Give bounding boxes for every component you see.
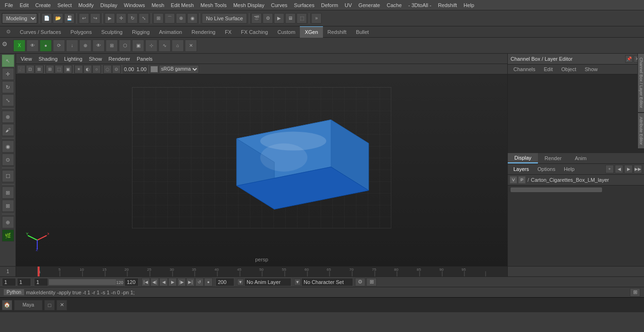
transport-play-fwd[interactable]: ▶ xyxy=(168,278,177,286)
display-tab-display[interactable]: Display xyxy=(508,153,538,163)
playback-end-field[interactable]: 120 xyxy=(124,278,139,286)
playback-start-field[interactable]: 1 xyxy=(34,278,48,286)
menu-mesh-tools[interactable]: Mesh Tools xyxy=(198,1,229,9)
open-scene-button[interactable]: 📂 xyxy=(53,13,63,24)
menu-3dtoa[interactable]: - 3DtoAll - xyxy=(405,1,434,9)
vp-frame-button[interactable]: ⊠ xyxy=(35,65,43,73)
xgen-eye-button[interactable]: 👁 xyxy=(26,40,39,52)
transport-step-back[interactable]: ◀| xyxy=(150,278,159,286)
taskbar-icon1[interactable]: 🏠 xyxy=(2,300,12,310)
cb-tab-show[interactable]: Show xyxy=(581,65,602,73)
xgen-tool1[interactable]: ⟳ xyxy=(53,40,65,52)
tab-fx[interactable]: FX xyxy=(220,26,236,38)
more-tools-button[interactable]: » xyxy=(311,13,322,24)
vp-grid-button[interactable]: ⊞ xyxy=(46,65,54,73)
menu-help[interactable]: Help xyxy=(461,1,477,9)
menu-uv[interactable]: UV xyxy=(342,1,355,9)
tab-xgen[interactable]: XGen xyxy=(300,26,322,38)
xgen-tool2[interactable]: ↓ xyxy=(66,40,78,52)
attribute-editor-side-tab[interactable]: Attribute Editor xyxy=(637,113,644,149)
snap-point-button[interactable]: ⊕ xyxy=(176,13,186,24)
xgen-tool3[interactable]: ⊕ xyxy=(79,40,91,52)
vp-wireframe-button[interactable]: ⬚ xyxy=(55,65,63,73)
scale-mode-button[interactable]: ⤡ xyxy=(2,94,14,106)
rotate-mode-button[interactable]: ↻ xyxy=(2,81,14,93)
vp-camera-button[interactable]: 🎥 xyxy=(17,65,25,73)
ipr-button[interactable]: ▶ xyxy=(274,13,284,24)
anim-layer-arrow[interactable]: ▼ xyxy=(237,279,244,285)
bottom-settings-button[interactable]: ⚙ xyxy=(355,278,365,286)
viewport-menu-show[interactable]: Show xyxy=(86,55,105,63)
layer-row[interactable]: V P / Carton_Cigarettes_Box_LM_layer xyxy=(508,175,644,186)
isolate-button[interactable]: ☐ xyxy=(2,170,14,182)
cb-tab-edit[interactable]: Edit xyxy=(540,65,556,73)
layer-scroll-track[interactable] xyxy=(511,187,602,192)
char-set-arrow[interactable]: ▼ xyxy=(294,279,301,285)
layer-tab-layers[interactable]: Layers xyxy=(510,165,533,173)
color-swatch[interactable] xyxy=(150,66,158,73)
tab-fx-caching[interactable]: FX Caching xyxy=(236,26,272,38)
lasso-button[interactable]: ⊗ xyxy=(2,111,14,123)
menu-surfaces[interactable]: Surfaces xyxy=(291,1,317,9)
range-max-field[interactable]: 200 xyxy=(215,278,234,286)
snap-grid-button[interactable]: ⊞ xyxy=(153,13,164,24)
viewport-menu-shading[interactable]: Shading xyxy=(36,55,60,63)
transport-loop[interactable]: ↺ xyxy=(195,278,204,286)
display-tab-anim[interactable]: Anim xyxy=(568,154,593,163)
viewport-menu-renderer[interactable]: Renderer xyxy=(106,55,133,63)
paint-button[interactable]: 🖌 xyxy=(2,124,14,136)
menu-mesh[interactable]: Mesh xyxy=(149,1,167,9)
vp-ambient-button[interactable]: ○ xyxy=(92,65,101,73)
xgen-tool9[interactable]: ∿ xyxy=(158,40,171,52)
color-space-select[interactable]: sRGB gamma xyxy=(159,65,199,73)
vp-fit-button[interactable]: ⊡ xyxy=(26,65,34,73)
cb-tab-channels[interactable]: Channels xyxy=(510,65,539,73)
menu-redshift[interactable]: Redshift xyxy=(435,1,460,9)
move-mode-button[interactable]: ✛ xyxy=(2,68,14,80)
layer-forward-button[interactable]: ▶ xyxy=(624,165,633,173)
taskbar-close[interactable]: ✕ xyxy=(57,300,67,310)
frame-start-field[interactable]: 1 xyxy=(2,278,16,286)
menu-edit[interactable]: Edit xyxy=(17,1,32,9)
xgen-tool7[interactable]: ▣ xyxy=(132,40,144,52)
channel-box-pin[interactable]: 📌 xyxy=(625,55,633,63)
render-settings-button[interactable]: ⚙ xyxy=(263,13,273,24)
select-tool-button[interactable]: ▶ xyxy=(105,13,115,24)
xgen-tool10[interactable]: ⌂ xyxy=(172,40,184,52)
display-tab-render[interactable]: Render xyxy=(538,154,568,163)
range-end-badge[interactable]: 120 xyxy=(116,279,124,286)
char-set-field[interactable]: No Character Set xyxy=(301,278,353,286)
workspace-dropdown[interactable]: Modeling xyxy=(2,13,37,24)
mode-tabs-settings[interactable]: ⚙ xyxy=(2,26,15,38)
taskbar-restore[interactable]: □ xyxy=(44,300,55,310)
vp-xray-button[interactable]: ◌ xyxy=(103,65,112,73)
save-scene-button[interactable]: 💾 xyxy=(64,13,74,24)
tab-polygons[interactable]: Polygons xyxy=(66,26,96,38)
rotate-tool-button[interactable]: ↻ xyxy=(127,13,138,24)
tab-bullet[interactable]: Bullet xyxy=(351,26,374,38)
menu-file[interactable]: File xyxy=(2,1,16,9)
menu-curves[interactable]: Curves xyxy=(268,1,290,9)
status-expand-button[interactable]: ⊞ xyxy=(630,288,640,297)
layer-add-button[interactable]: + xyxy=(605,165,614,173)
transport-record[interactable]: ● xyxy=(204,278,213,286)
layer-tab-options[interactable]: Options xyxy=(534,165,559,173)
frame-current-field[interactable]: 1 xyxy=(17,278,31,286)
viewport-menu-lighting[interactable]: Lighting xyxy=(61,55,85,63)
snap-object-button[interactable]: ◉ xyxy=(2,140,14,153)
undo-button[interactable]: ↩ xyxy=(79,13,89,24)
taskbar-maya-window[interactable]: Maya xyxy=(14,300,42,310)
xgen-tool4[interactable]: 👁 xyxy=(92,40,105,52)
cb-tab-object[interactable]: Object xyxy=(557,65,580,73)
xgen-x-button[interactable]: X xyxy=(13,40,25,52)
range-slider[interactable]: 120 xyxy=(49,279,124,285)
transport-go-start[interactable]: |◀ xyxy=(141,278,150,286)
status-python-label[interactable]: Python xyxy=(4,289,24,295)
transport-step-fwd[interactable]: |▶ xyxy=(177,278,186,286)
layout-button[interactable]: ⊞ xyxy=(2,200,14,212)
xgen-tool6[interactable]: ⬡ xyxy=(119,40,131,52)
hardware-render-button[interactable]: 🖥 xyxy=(285,13,296,24)
tab-sculpting[interactable]: Sculpting xyxy=(97,26,127,38)
menu-edit-mesh[interactable]: Edit Mesh xyxy=(168,1,197,9)
viewport-menu-view[interactable]: View xyxy=(18,55,35,63)
